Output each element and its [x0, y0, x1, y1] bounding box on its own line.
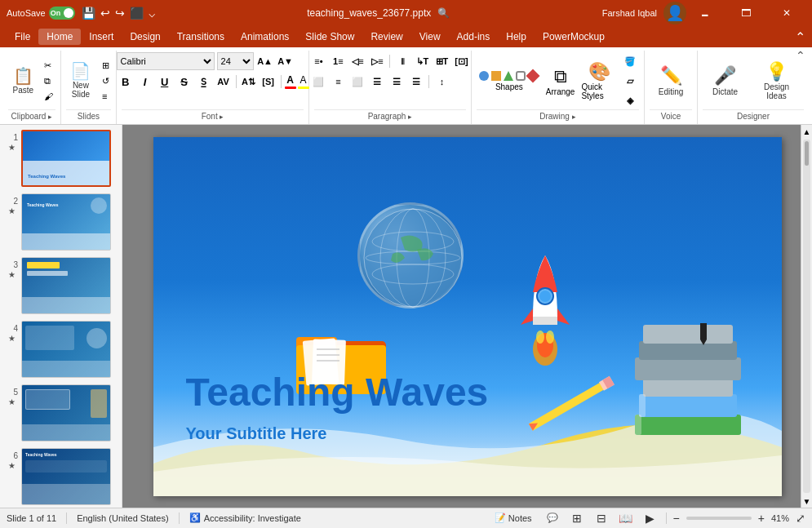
- maximize-button[interactable]: 🗖: [727, 0, 765, 26]
- menu-review[interactable]: Review: [362, 29, 410, 45]
- align-left-button[interactable]: ⬜: [309, 73, 327, 91]
- align-text-button[interactable]: ⊞T: [433, 52, 450, 70]
- menu-design[interactable]: Design: [122, 29, 168, 45]
- align-right-button[interactable]: ⬜: [348, 73, 366, 91]
- present-icon[interactable]: ⬛: [130, 7, 144, 20]
- slide-layout-button[interactable]: ⊞: [99, 59, 113, 73]
- slide-sorter-button[interactable]: ⊟: [592, 509, 610, 527]
- char-spacing-button[interactable]: AV: [215, 73, 233, 91]
- minimize-button[interactable]: 🗕: [686, 0, 724, 26]
- justify-button[interactable]: ☰: [368, 73, 386, 91]
- zoom-in-button[interactable]: +: [758, 512, 765, 525]
- increase-font-size-button[interactable]: A▲: [256, 52, 274, 70]
- comments-button[interactable]: 💬: [544, 511, 561, 525]
- slide-thumb-2[interactable]: 2 ★ Teaching Waves: [3, 192, 118, 252]
- copy-button[interactable]: ⧉: [41, 74, 56, 88]
- justify-all-button[interactable]: ☰: [407, 73, 425, 91]
- undo-icon[interactable]: ↩: [100, 7, 110, 20]
- zoom-out-button[interactable]: −: [673, 512, 680, 525]
- menu-insert[interactable]: Insert: [81, 29, 122, 45]
- shadow-button[interactable]: S̲: [195, 73, 213, 91]
- format-painter-button[interactable]: 🖌: [41, 90, 56, 103]
- menu-help[interactable]: Help: [498, 29, 535, 45]
- reading-view-button[interactable]: 📖: [617, 509, 635, 527]
- save-icon[interactable]: 💾: [82, 7, 95, 20]
- cut-button[interactable]: ✂: [41, 59, 56, 73]
- paste-button[interactable]: 📋 Paste: [7, 65, 39, 97]
- strikethrough-button[interactable]: S: [175, 73, 193, 91]
- more-icon[interactable]: ⌵: [149, 7, 155, 20]
- slide-thumb-4[interactable]: 4 ★: [3, 319, 118, 379]
- convert-to-smartart-button[interactable]: [S]: [260, 73, 277, 91]
- scroll-track[interactable]: [803, 140, 810, 493]
- avatar[interactable]: 👤: [663, 2, 686, 24]
- font-size-select[interactable]: 24: [217, 52, 254, 70]
- reset-button[interactable]: ↺: [99, 74, 113, 88]
- menu-file[interactable]: File: [7, 29, 38, 45]
- new-slide-button[interactable]: 📄 NewSlide: [64, 60, 97, 101]
- increase-indent-button[interactable]: ▷≡: [368, 52, 386, 70]
- zoom-slider[interactable]: [686, 517, 752, 520]
- shape-outline-button[interactable]: ▱: [621, 72, 639, 90]
- columns-button[interactable]: ⫴: [393, 52, 411, 70]
- accessibility-button[interactable]: ♿ Accessibility: Investigate: [189, 512, 301, 523]
- shape-fill-button[interactable]: 🪣: [621, 52, 639, 70]
- slide-title[interactable]: Teaching Waves: [186, 370, 489, 415]
- ribbon-collapse-button[interactable]: ⌃: [796, 49, 805, 62]
- font-family-select[interactable]: Calibri: [117, 52, 215, 70]
- slideshow-button[interactable]: ▶: [641, 509, 659, 527]
- slide-canvas[interactable]: Teaching Waves Your Subtitle Here: [153, 137, 782, 496]
- bold-button[interactable]: B: [117, 73, 135, 91]
- menu-home[interactable]: Home: [38, 29, 81, 45]
- slide-thumb-6[interactable]: 6 ★ Teaching Waves: [3, 446, 118, 507]
- text-direction-button[interactable]: A⇅: [240, 73, 258, 91]
- underline-button[interactable]: U: [156, 73, 174, 91]
- fit-slide-button[interactable]: ⤢: [796, 512, 805, 525]
- line-spacing-button[interactable]: ↕: [433, 73, 450, 91]
- collapse-ribbon-icon[interactable]: ⌃: [795, 29, 805, 45]
- bullets-button[interactable]: ≡•: [309, 52, 327, 70]
- decrease-font-size-button[interactable]: A▼: [277, 52, 295, 70]
- slide-thumb-3[interactable]: 3 ★: [3, 255, 118, 316]
- slide-thumb-5[interactable]: 5 ★: [3, 383, 118, 443]
- redo-icon[interactable]: ↪: [115, 7, 125, 20]
- menu-powermockup[interactable]: PowerMockup: [535, 29, 613, 45]
- numbering-button[interactable]: 1≡: [329, 52, 347, 70]
- menu-animations[interactable]: Animations: [233, 29, 297, 45]
- menu-slideshow[interactable]: Slide Show: [297, 29, 362, 45]
- section-button[interactable]: ≡: [99, 90, 113, 103]
- shapes-label: Shapes: [495, 82, 523, 91]
- autosave-toggle[interactable]: On: [49, 7, 75, 20]
- search-icon[interactable]: 🔍: [437, 7, 450, 19]
- highlight-color-button[interactable]: A: [298, 74, 309, 89]
- dictate-button[interactable]: 🎤 Dictate: [703, 62, 748, 99]
- slide-thumb-1[interactable]: 1 ★ Teaching Waves: [3, 128, 118, 189]
- smartart-button[interactable]: [⊡]: [452, 52, 470, 70]
- shapes-button[interactable]: Shapes: [477, 69, 542, 94]
- menu-view[interactable]: View: [411, 29, 449, 45]
- italic-button[interactable]: I: [136, 73, 154, 91]
- arrange-button[interactable]: ⧉ Arrange: [544, 64, 578, 99]
- paste-icon: 📋: [13, 68, 33, 84]
- decrease-indent-button[interactable]: ◁≡: [348, 52, 366, 70]
- font-label: Font ▸: [122, 109, 304, 122]
- menu-transitions[interactable]: Transitions: [169, 29, 233, 45]
- menu-addins[interactable]: Add-ins: [449, 29, 499, 45]
- shape-effects-button[interactable]: ◈: [621, 91, 639, 109]
- normal-view-button[interactable]: ⊞: [568, 509, 586, 527]
- justify-right-button[interactable]: ☰: [388, 73, 406, 91]
- slide-subtitle[interactable]: Your Subtitle Here: [186, 424, 327, 443]
- quick-styles-button[interactable]: 🎨 Quick Styles: [579, 59, 619, 103]
- design-ideas-button[interactable]: 💡 Design Ideas: [749, 58, 804, 104]
- drawing-group: Shapes ⧉ Arrange 🎨 Quick Styles: [472, 51, 645, 124]
- scroll-down-button[interactable]: ▼: [801, 495, 812, 508]
- editing-button[interactable]: ✏️ Editing: [649, 62, 694, 99]
- text-direction-para-button[interactable]: ↳T: [413, 52, 431, 70]
- scroll-up-button[interactable]: ▲: [801, 125, 812, 138]
- font-color-button[interactable]: A: [285, 74, 296, 89]
- close-button[interactable]: ✕: [768, 0, 805, 26]
- notes-button[interactable]: 📝 Notes: [490, 511, 537, 525]
- align-center-button[interactable]: ≡: [329, 73, 347, 91]
- notes-icon: 📝: [495, 512, 506, 523]
- slide-num-5: 5: [5, 384, 18, 397]
